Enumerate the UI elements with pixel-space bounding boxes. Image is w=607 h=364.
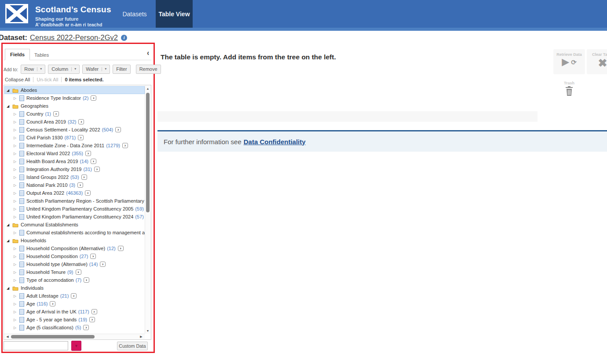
- custom-data-button[interactable]: Custom Data: [117, 342, 148, 350]
- nav-datasets[interactable]: Datasets: [120, 0, 150, 28]
- tree-field-row[interactable]: ▷Census Settlement - Locality 2022(504)›: [4, 126, 145, 134]
- collapsed-triangle-icon[interactable]: ▷: [14, 136, 19, 140]
- collapsed-triangle-icon[interactable]: ▷: [14, 310, 19, 314]
- tree-field-row[interactable]: ▷Household Tenure(9)›: [4, 268, 145, 276]
- remove-button[interactable]: Remove: [136, 65, 161, 73]
- tree-folder-row[interactable]: ◢Abodes: [4, 86, 145, 94]
- open-categories-button[interactable]: ›: [78, 135, 84, 140]
- tree-field-row[interactable]: ▷United Kingdom Parliamentary Constituen…: [4, 205, 145, 213]
- add-to-wafer-button[interactable]: Wafer▾: [82, 65, 110, 73]
- collapsed-triangle-icon[interactable]: ▷: [14, 96, 19, 100]
- open-categories-button[interactable]: ›: [115, 127, 121, 132]
- open-categories-button[interactable]: ›: [77, 182, 83, 188]
- collapsed-triangle-icon[interactable]: ▷: [14, 278, 19, 282]
- tree-vertical-scrollbar[interactable]: ▲ ▼: [145, 86, 150, 334]
- tree-folder-row[interactable]: ◢Households: [4, 237, 145, 244]
- tree-folder-row[interactable]: ◢Communal Establishments: [4, 221, 145, 229]
- tree-field-row[interactable]: ▷Age(116)›: [4, 300, 145, 308]
- collapsed-triangle-icon[interactable]: ▷: [14, 215, 19, 219]
- tree-field-row[interactable]: ▷Scottish Parliamentary Region - Scottis…: [4, 197, 145, 205]
- scroll-right-icon[interactable]: ▶: [139, 335, 144, 339]
- tab-fields[interactable]: Fields: [5, 49, 30, 60]
- open-categories-button[interactable]: ›: [94, 167, 100, 172]
- chevron-down-icon[interactable]: ▾: [71, 67, 76, 71]
- open-categories-button[interactable]: ›: [118, 246, 124, 251]
- collapsed-triangle-icon[interactable]: ▷: [14, 128, 19, 132]
- collapse-all-link[interactable]: Collapse All: [5, 77, 30, 82]
- tree-field-row[interactable]: ▷Council Area 2019(32)›: [4, 118, 145, 126]
- tree-horizontal-scrollbar[interactable]: ◀ ▶: [4, 334, 145, 339]
- open-categories-button[interactable]: ›: [85, 151, 91, 156]
- expanded-triangle-icon[interactable]: ◢: [7, 239, 12, 243]
- nav-table-view[interactable]: Table View: [156, 0, 193, 28]
- open-categories-button[interactable]: ›: [91, 95, 96, 101]
- filter-button[interactable]: Filter: [113, 65, 130, 73]
- add-to-row-button[interactable]: Row▾: [21, 65, 45, 73]
- collapsed-triangle-icon[interactable]: ▷: [14, 160, 19, 164]
- tree-field-row[interactable]: ▷Civil Parish 1930(871)›: [4, 134, 145, 142]
- tree-field-row[interactable]: ▷Age of Arrival in the UK(117)›: [4, 308, 145, 316]
- tree-field-row[interactable]: ▷Age (5 classifications)(5)›: [4, 324, 145, 331]
- tree-field-row[interactable]: ▷Output Area 2022(46363)›: [4, 189, 145, 197]
- scroll-down-icon[interactable]: ▼: [145, 329, 150, 332]
- collapsed-triangle-icon[interactable]: ▷: [14, 231, 19, 235]
- tree-field-row[interactable]: ▷Intermediate Zone - Data Zone 2011(1279…: [4, 142, 145, 149]
- open-categories-button[interactable]: ›: [84, 277, 89, 283]
- tree-field-row[interactable]: ▷Household type (Alternative)(14)›: [4, 260, 145, 268]
- open-categories-button[interactable]: ›: [122, 143, 128, 148]
- collapsed-triangle-icon[interactable]: ▷: [14, 247, 19, 251]
- search-input[interactable]: [4, 341, 68, 350]
- open-categories-button[interactable]: ›: [100, 262, 106, 267]
- info-icon[interactable]: i: [121, 35, 127, 41]
- open-categories-button[interactable]: ›: [83, 325, 89, 330]
- tree-field-row[interactable]: ▷National Park 2010(3)›: [4, 181, 145, 189]
- collapsed-triangle-icon[interactable]: ▷: [14, 191, 19, 195]
- open-categories-button[interactable]: ›: [71, 293, 77, 298]
- tree-field-row[interactable]: ▷Household Composition(27)›: [4, 252, 145, 260]
- tab-tables[interactable]: Tables: [29, 50, 54, 60]
- collapsed-triangle-icon[interactable]: ▷: [14, 262, 19, 266]
- tree-folder-row[interactable]: ◢Individuals: [4, 284, 145, 292]
- collapsed-triangle-icon[interactable]: ▷: [14, 175, 19, 179]
- collapsed-triangle-icon[interactable]: ▷: [14, 183, 19, 187]
- scroll-left-icon[interactable]: ◀: [5, 335, 10, 339]
- clear-table-button[interactable]: Clear Table ✖: [587, 49, 607, 74]
- tree-field-row[interactable]: ▷Integration Authority 2019(31)›: [4, 165, 145, 173]
- open-categories-button[interactable]: ›: [91, 309, 97, 314]
- open-categories-button[interactable]: ›: [53, 111, 59, 116]
- untick-all-link[interactable]: Un-tick All: [37, 77, 58, 82]
- expanded-triangle-icon[interactable]: ◢: [7, 88, 12, 92]
- collapsed-triangle-icon[interactable]: ▷: [14, 152, 19, 156]
- collapsed-triangle-icon[interactable]: ▷: [14, 167, 19, 171]
- collapsed-triangle-icon[interactable]: ▷: [14, 294, 19, 298]
- chevron-down-icon[interactable]: ▾: [37, 67, 42, 71]
- expanded-triangle-icon[interactable]: ◢: [7, 286, 12, 290]
- open-categories-button[interactable]: ›: [76, 269, 81, 275]
- collapsed-triangle-icon[interactable]: ▷: [14, 144, 19, 148]
- tree-field-row[interactable]: ▷Residence Type Indicator(2)›: [4, 94, 145, 102]
- scroll-up-icon[interactable]: ▲: [145, 87, 150, 90]
- open-categories-button[interactable]: ›: [85, 190, 91, 196]
- collapsed-triangle-icon[interactable]: ▷: [14, 120, 19, 124]
- add-to-column-button[interactable]: Column▾: [48, 65, 80, 73]
- tree-field-row[interactable]: ▷Health Board Area 2019(14)›: [4, 157, 145, 165]
- tree-field-row[interactable]: ▷Communal establishments according to ma…: [4, 229, 145, 237]
- collapsed-triangle-icon[interactable]: ▷: [14, 207, 19, 211]
- collapsed-triangle-icon[interactable]: ▷: [14, 112, 19, 116]
- collapsed-triangle-icon[interactable]: ▷: [14, 199, 19, 203]
- open-categories-button[interactable]: ›: [91, 159, 96, 164]
- tree-field-row[interactable]: ▷Adult Lifestage(21)›: [4, 292, 145, 300]
- collapsed-triangle-icon[interactable]: ▷: [14, 326, 19, 330]
- retrieve-data-button[interactable]: Retrieve Data ▶ ⟳: [553, 49, 585, 74]
- tree-field-row[interactable]: ▷Electoral Ward 2022(355)›: [4, 149, 145, 157]
- expanded-triangle-icon[interactable]: ◢: [7, 223, 12, 227]
- dataset-name-link[interactable]: Census 2022-Person-2Gv2: [30, 33, 118, 42]
- tree-field-row[interactable]: ▷United Kingdom Parliamentary Constituen…: [4, 213, 145, 221]
- chevron-down-icon[interactable]: ▾: [102, 67, 106, 71]
- data-confidentiality-link[interactable]: Data Confidentiality: [244, 138, 306, 146]
- tree-field-row[interactable]: ▷Type of accomodation(7)›: [4, 276, 145, 284]
- expanded-triangle-icon[interactable]: ◢: [7, 104, 12, 108]
- tree-field-row[interactable]: ▷Age - 5 year age bands(19)›: [4, 316, 145, 324]
- collapsed-triangle-icon[interactable]: ▷: [14, 318, 19, 322]
- open-categories-button[interactable]: ›: [50, 301, 55, 306]
